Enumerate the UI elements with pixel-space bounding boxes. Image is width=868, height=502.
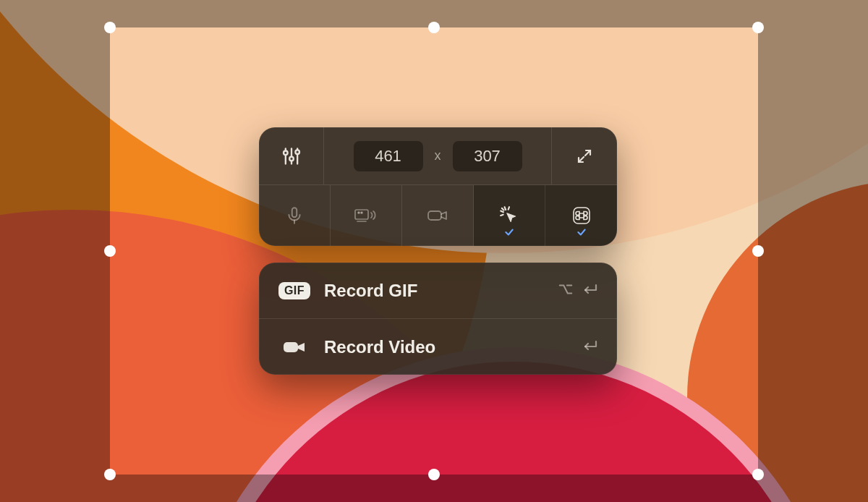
resize-handle-ne[interactable] [752, 22, 764, 33]
resize-handle-se[interactable] [752, 469, 764, 480]
expand-icon [576, 148, 593, 165]
svg-point-12 [361, 212, 362, 213]
show-keystrokes-toggle[interactable] [545, 185, 617, 246]
resize-handle-nw[interactable] [104, 22, 116, 33]
video-camera-icon [278, 339, 311, 356]
svg-rect-20 [574, 208, 590, 224]
record-gif-button[interactable]: GIF Record GIF [259, 263, 617, 318]
show-clicks-toggle[interactable] [474, 185, 545, 246]
microphone-toggle[interactable] [259, 185, 331, 246]
gif-badge-icon: GIF [278, 282, 311, 299]
recording-toolbar: x [259, 127, 617, 246]
cursor-click-icon [498, 205, 520, 226]
sliders-icon [281, 146, 302, 166]
check-icon [576, 227, 587, 240]
svg-rect-14 [428, 211, 441, 220]
selection-dim-right [758, 27, 868, 475]
command-key-icon [571, 205, 592, 226]
svg-point-11 [358, 212, 359, 213]
resize-handle-w[interactable] [104, 245, 116, 257]
svg-line-16 [501, 211, 503, 213]
camera-icon [427, 207, 448, 224]
return-key-icon [581, 339, 598, 356]
resize-handle-sw[interactable] [104, 469, 116, 480]
record-actions-panel: GIF Record GIF Record Video [259, 263, 617, 375]
record-video-label: Record Video [324, 337, 568, 357]
fullscreen-button[interactable] [552, 127, 617, 184]
height-input[interactable] [453, 141, 522, 171]
svg-point-3 [289, 156, 294, 161]
check-icon [504, 227, 514, 240]
resize-handle-n[interactable] [428, 22, 440, 33]
camera-toggle[interactable] [402, 185, 474, 246]
record-gif-shortcut [558, 282, 598, 299]
svg-line-18 [501, 215, 503, 216]
settings-button[interactable] [259, 127, 324, 184]
capture-selection[interactable] [110, 27, 758, 475]
resize-handle-e[interactable] [752, 245, 764, 257]
system-audio-toggle[interactable] [331, 185, 402, 246]
record-video-button[interactable]: Record Video [259, 318, 617, 375]
svg-line-15 [505, 207, 506, 210]
svg-rect-10 [355, 210, 368, 219]
dimensions-separator: x [430, 148, 446, 163]
svg-point-1 [284, 150, 288, 155]
svg-line-17 [509, 207, 509, 209]
svg-line-19 [502, 208, 504, 210]
option-key-icon [558, 282, 574, 299]
system-audio-icon [354, 206, 378, 225]
svg-point-5 [295, 150, 299, 154]
return-key-icon [581, 282, 598, 299]
microphone-icon [285, 206, 304, 225]
width-input[interactable] [354, 141, 423, 171]
record-video-shortcut [581, 339, 598, 356]
svg-rect-22 [284, 342, 298, 352]
svg-rect-8 [292, 208, 297, 217]
selection-dim-left [0, 27, 110, 475]
dimensions-group: x [324, 127, 552, 184]
resize-handle-s[interactable] [428, 469, 440, 480]
record-gif-label: Record GIF [324, 281, 545, 301]
